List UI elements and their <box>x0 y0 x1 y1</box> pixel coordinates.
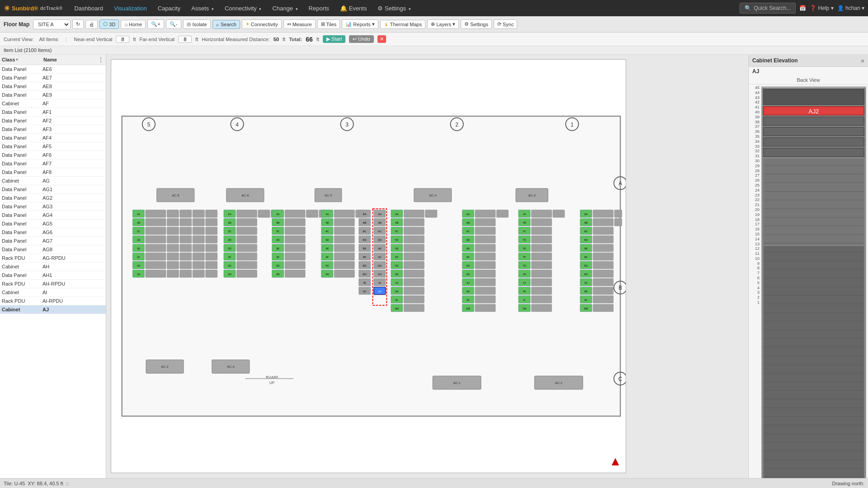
floor-plan-area[interactable]: 5 4 3 2 1 A B C AC-5 AC-6 <box>106 55 748 487</box>
connectivity-button[interactable]: ✦ Connectivity <box>242 19 282 29</box>
calendar-icon[interactable]: 📅 <box>799 5 806 11</box>
list-item[interactable]: Cabinet AJ <box>0 305 106 314</box>
zoom-in-button[interactable]: 🔍+ <box>147 19 164 29</box>
list-item[interactable]: Data Panel AG7 <box>0 237 106 245</box>
svg-rect-43 <box>146 227 166 235</box>
svg-text:8F: 8F <box>585 256 588 258</box>
refresh-button[interactable]: ↻ <box>72 19 84 29</box>
measure-button[interactable]: ⇔ Measure <box>283 19 316 29</box>
near-end-unit: ft <box>133 37 136 42</box>
list-item[interactable]: Cabinet AI <box>0 288 106 297</box>
item-class: Data Panel <box>2 238 42 244</box>
settings-button[interactable]: ⚙ Settings <box>461 19 492 29</box>
zoom-out-button[interactable]: 🔍- <box>166 19 181 29</box>
row-number: 17 <box>755 222 760 227</box>
list-item[interactable]: Data Panel AG3 <box>0 202 106 211</box>
tiles-button[interactable]: ⊞ Tiles <box>317 19 340 29</box>
reports-button[interactable]: 📊 Reports ▾ <box>342 19 378 29</box>
home-button[interactable]: ⌂ Home <box>121 20 146 29</box>
near-end-input[interactable] <box>116 36 129 43</box>
svg-text:3B: 3B <box>276 221 279 224</box>
start-button[interactable]: ▶ Start <box>323 35 345 43</box>
far-end-input[interactable] <box>178 36 192 43</box>
list-item[interactable]: Data Panel AF1 <box>0 108 106 117</box>
site-selector[interactable]: SITE A <box>33 19 71 29</box>
nav-settings[interactable]: ⚙ Settings ▾ <box>373 2 415 14</box>
xy-coords: XY: 88.4, 40.5 ft <box>28 481 63 486</box>
list-item[interactable]: Rack PDU AH-RPDU <box>0 280 106 288</box>
all-items-badge[interactable]: All Items <box>39 37 58 42</box>
current-view-label: Current View: <box>4 37 33 42</box>
list-item[interactable]: Data Panel AF5 <box>0 142 106 151</box>
nav-change[interactable]: Change ▾ <box>268 2 302 14</box>
thermal-maps-button[interactable]: 🌡 Thermal Maps <box>380 20 425 29</box>
svg-text:2A: 2A <box>228 213 231 216</box>
list-item[interactable]: Data Panel AH1 <box>0 271 106 280</box>
list-item[interactable]: Data Panel AG2 <box>0 194 106 202</box>
svg-text:2H: 2H <box>228 273 231 276</box>
close-elevation-button[interactable]: » <box>861 57 864 64</box>
svg-rect-337 <box>593 270 613 277</box>
list-item[interactable]: Data Panel AF8 <box>0 168 106 177</box>
kebab-menu-button[interactable]: ⋮ <box>98 56 104 63</box>
3d-button[interactable]: ⬡ 3D <box>99 19 119 29</box>
list-item[interactable]: Data Panel AE6 <box>0 65 106 74</box>
nav-dashboard[interactable]: Dashboard <box>70 2 108 14</box>
list-item[interactable]: Data Panel AG8 <box>0 245 106 254</box>
row-number: 41 <box>755 105 760 110</box>
isolate-button[interactable]: ◎ Isolate <box>183 19 211 29</box>
floor-canvas[interactable]: 5 4 3 2 1 A B C AC-5 AC-6 <box>111 59 626 473</box>
list-item[interactable]: Data Panel AG4 <box>0 211 106 220</box>
user-menu-button[interactable]: 👤 hchan ▾ <box>837 5 864 11</box>
item-class: Data Panel <box>2 187 42 192</box>
svg-rect-343 <box>593 287 613 295</box>
svg-rect-241 <box>496 210 508 218</box>
svg-text:7G: 7G <box>523 264 526 267</box>
svg-text:7B: 7B <box>523 221 526 224</box>
search-button[interactable]: ⌕ Search <box>212 20 240 29</box>
floor-svg[interactable]: 5 4 3 2 1 A B C AC-5 AC-6 <box>111 60 626 473</box>
svg-text:7A: 7A <box>523 213 526 216</box>
nav-visualization[interactable]: Visualization <box>109 2 151 14</box>
list-item[interactable]: Data Panel AF2 <box>0 117 106 125</box>
nav-assets[interactable]: Assets ▾ <box>187 2 218 14</box>
nav-events[interactable]: 🔔 Events <box>335 2 371 14</box>
horiz-value: 50 <box>274 37 279 42</box>
list-item[interactable]: Data Panel AG1 <box>0 185 106 194</box>
list-item[interactable]: Data Panel AF4 <box>0 134 106 142</box>
list-item[interactable]: Cabinet AG <box>0 177 106 185</box>
list-item[interactable]: Rack PDU AG-RPDU <box>0 254 106 263</box>
row-number: 4 <box>757 286 760 291</box>
help-button[interactable]: ❓ Help ▾ <box>810 5 833 11</box>
class-column-header[interactable]: Class ▾ <box>2 57 42 62</box>
svg-text:BF: BF <box>363 256 367 258</box>
svg-rect-274 <box>475 304 495 312</box>
undo-button[interactable]: ↩ Undo <box>349 35 373 43</box>
name-column-header[interactable]: Name <box>43 57 97 62</box>
print-button[interactable]: 🖨 <box>85 20 98 29</box>
nav-capacity[interactable]: Capacity <box>153 2 185 14</box>
list-item[interactable]: Data Panel AG6 <box>0 228 106 237</box>
list-item[interactable]: Data Panel AE9 <box>0 91 106 99</box>
list-item[interactable]: Rack PDU AI-RPDU <box>0 297 106 305</box>
item-name: AG2 <box>42 195 104 201</box>
nav-connectivity[interactable]: Connectivity ▾ <box>220 2 266 14</box>
list-item[interactable]: Data Panel AE8 <box>0 82 106 91</box>
svg-text:4F: 4F <box>326 256 329 258</box>
svg-rect-362 <box>764 89 864 105</box>
list-item[interactable]: Data Panel AG5 <box>0 220 106 228</box>
list-item[interactable]: Data Panel AE7 <box>0 74 106 82</box>
svg-rect-60 <box>193 244 204 252</box>
list-item[interactable]: Data Panel AF6 <box>0 151 106 160</box>
list-item[interactable]: Data Panel AF3 <box>0 125 106 134</box>
nav-reports[interactable]: Reports <box>304 2 334 14</box>
layers-button[interactable]: ⊕ Layers ▾ <box>427 19 459 29</box>
quick-search-button[interactable]: 🔍 Quick Search... <box>740 3 796 14</box>
svg-rect-346 <box>593 296 613 303</box>
close-measure-button[interactable]: ✕ <box>377 35 386 43</box>
svg-text:7F: 7F <box>523 256 526 258</box>
list-item[interactable]: Data Panel AF7 <box>0 160 106 168</box>
sync-button[interactable]: ⟳ Sync <box>494 19 517 29</box>
list-item[interactable]: Cabinet AF <box>0 99 106 108</box>
list-item[interactable]: Cabinet AH <box>0 263 106 271</box>
